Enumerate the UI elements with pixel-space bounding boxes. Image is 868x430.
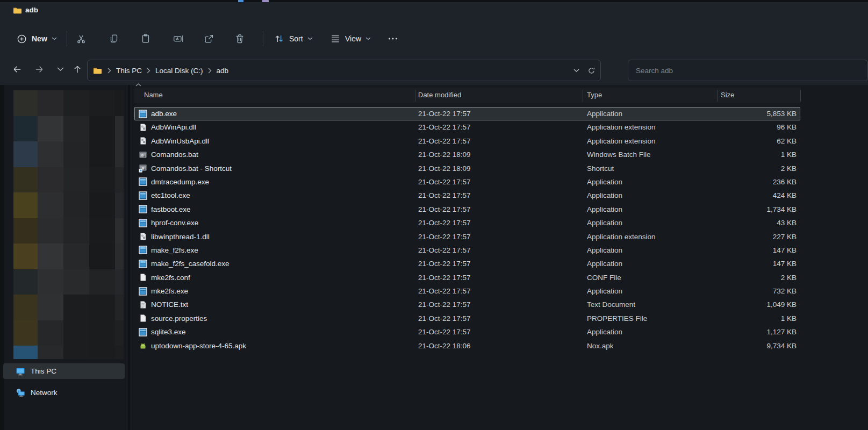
mosaic-cell	[38, 116, 63, 142]
file-row[interactable]: libwinpthread-1.dll21-Oct-22 17:57Applic…	[134, 230, 800, 243]
delete-button[interactable]	[229, 29, 250, 48]
file-row[interactable]: AdbWinApi.dll21-Oct-22 17:57Application …	[134, 120, 800, 134]
rename-button[interactable]	[168, 29, 189, 48]
mosaic-cell	[63, 90, 89, 116]
column-resize-handle[interactable]	[583, 90, 583, 102]
mosaic-cell	[89, 269, 115, 295]
file-date-modified: 21-Oct-22 17:57	[418, 284, 471, 298]
mosaic-cell	[38, 346, 63, 359]
column-header-size[interactable]: Size	[721, 91, 734, 99]
address-dropdown-button[interactable]	[573, 69, 579, 73]
back-button[interactable]	[8, 60, 26, 78]
copy-icon	[108, 33, 120, 45]
sidebar-item-label: This PC	[31, 367, 56, 375]
file-type: Application	[587, 325, 622, 339]
breadcrumb-this-pc[interactable]: This PC	[112, 65, 146, 76]
recent-locations-button[interactable]	[51, 60, 69, 78]
view-button[interactable]: View	[325, 28, 376, 49]
file-size: 96 KB	[688, 120, 797, 134]
file-size: 227 KB	[688, 230, 797, 243]
mosaic-cell	[115, 346, 124, 359]
file-row[interactable]: etc1tool.exe21-Oct-22 17:57Application42…	[134, 189, 800, 202]
file-row[interactable]: AdbWinUsbApi.dll21-Oct-22 17:57Applicati…	[134, 134, 800, 148]
sidebar-redacted-mosaic	[13, 90, 124, 359]
mosaic-cell	[13, 90, 38, 116]
column-header-date-modified[interactable]: Date modified	[418, 91, 461, 99]
exe-file-icon	[139, 260, 147, 268]
file-date-modified: 21-Oct-22 17:57	[418, 107, 471, 120]
mosaic-cell	[89, 243, 115, 269]
mosaic-cell	[89, 116, 115, 142]
mosaic-cell	[115, 243, 124, 269]
column-resize-handle[interactable]	[800, 90, 801, 102]
sort-button-label: Sort	[289, 34, 303, 43]
copy-button[interactable]	[104, 29, 124, 48]
file-row[interactable]: adb.exe21-Oct-22 17:57Application5,853 K…	[134, 107, 800, 120]
mosaic-cell	[115, 218, 124, 244]
column-resize-handle[interactable]	[717, 90, 718, 102]
column-resize-handle[interactable]	[415, 90, 415, 102]
search-input[interactable]	[628, 60, 867, 81]
file-row[interactable]: source.properties21-Oct-22 17:57PROPERTI…	[134, 312, 800, 325]
file-row[interactable]: fastboot.exe21-Oct-22 17:57Application1,…	[134, 203, 800, 216]
file-date-modified: 21-Oct-22 17:57	[418, 312, 471, 325]
up-button[interactable]	[68, 60, 87, 78]
sort-button[interactable]: Sort	[268, 28, 318, 49]
exe-file-icon	[139, 219, 147, 227]
refresh-button[interactable]	[587, 66, 596, 75]
mosaic-cell	[115, 90, 124, 116]
file-date-modified: 21-Oct-22 17:57	[418, 230, 471, 243]
file-type: CONF File	[587, 271, 621, 284]
exe-file-icon	[139, 246, 147, 254]
mosaic-cell	[89, 295, 115, 320]
mosaic-cell	[13, 295, 38, 320]
file-row[interactable]: make_f2fs_casefold.exe21-Oct-22 17:57App…	[134, 257, 800, 270]
sidebar-item-network[interactable]: Network	[3, 385, 125, 400]
file-size: 147 KB	[688, 257, 797, 270]
file-row[interactable]: hprof-conv.exe21-Oct-22 17:57Application…	[134, 216, 800, 230]
paste-button[interactable]	[135, 29, 156, 48]
new-button[interactable]: New	[11, 28, 62, 49]
mosaic-cell	[89, 346, 115, 359]
file-row[interactable]: make_f2fs.exe21-Oct-22 17:57Application1…	[134, 243, 800, 257]
plus-circle-icon	[16, 33, 27, 45]
sort-ascending-caret-icon	[135, 83, 141, 87]
column-header-name[interactable]: Name	[144, 91, 163, 99]
share-button[interactable]	[199, 29, 219, 48]
command-toolbar: New	[0, 22, 868, 56]
dll-file-icon	[139, 232, 147, 241]
file-row[interactable]: Comandos.bat21-Oct-22 18:09Windows Batch…	[134, 148, 800, 161]
file-date-modified: 21-Oct-22 18:09	[418, 148, 471, 161]
search-box	[628, 60, 868, 81]
file-type: Text Document	[587, 298, 635, 311]
file-size: 1 KB	[688, 312, 797, 325]
breadcrumb-adb[interactable]: adb	[213, 65, 233, 76]
sort-arrows-icon	[273, 33, 285, 45]
mosaic-cell	[38, 192, 63, 218]
file-type: PROPERTIES File	[587, 312, 647, 325]
exe-file-icon	[139, 328, 147, 336]
sidebar-item-this-pc[interactable]: This PC	[3, 363, 125, 379]
cut-button[interactable]	[71, 29, 91, 48]
mosaic-cell	[89, 141, 115, 167]
breadcrumb-local-disk-c[interactable]: Local Disk (C:)	[152, 65, 207, 76]
file-row[interactable]: uptodown-app-store-4-65.apk21-Oct-22 18:…	[134, 339, 800, 353]
toolbar-separator	[263, 31, 263, 46]
file-name: Comandos.bat - Shortcut	[151, 162, 232, 175]
scissors-icon	[75, 33, 87, 45]
file-type: Application extension	[587, 120, 656, 134]
column-header-type[interactable]: Type	[587, 91, 602, 99]
file-row[interactable]: dmtracedump.exe21-Oct-22 17:57Applicatio…	[134, 175, 800, 189]
file-row[interactable]: sqlite3.exe21-Oct-22 17:57Application1,1…	[134, 325, 800, 339]
file-row[interactable]: mke2fs.exe21-Oct-22 17:57Application732 …	[134, 284, 800, 298]
address-bar[interactable]: This PC Local Disk (C:) adb	[87, 60, 601, 81]
file-row[interactable]: NOTICE.txt21-Oct-22 17:57Text Document1,…	[134, 298, 800, 311]
file-date-modified: 21-Oct-22 17:57	[418, 134, 471, 148]
mosaic-cell	[115, 116, 124, 142]
navigation-bar: This PC Local Disk (C:) adb	[0, 56, 868, 85]
file-row[interactable]: mke2fs.conf21-Oct-22 17:57CONF File2 KB	[134, 271, 800, 284]
file-row[interactable]: Comandos.bat - Shortcut21-Oct-22 18:09Sh…	[134, 162, 800, 175]
forward-button[interactable]	[30, 60, 48, 78]
more-options-button[interactable]	[383, 29, 403, 48]
file-date-modified: 21-Oct-22 17:57	[418, 257, 471, 270]
